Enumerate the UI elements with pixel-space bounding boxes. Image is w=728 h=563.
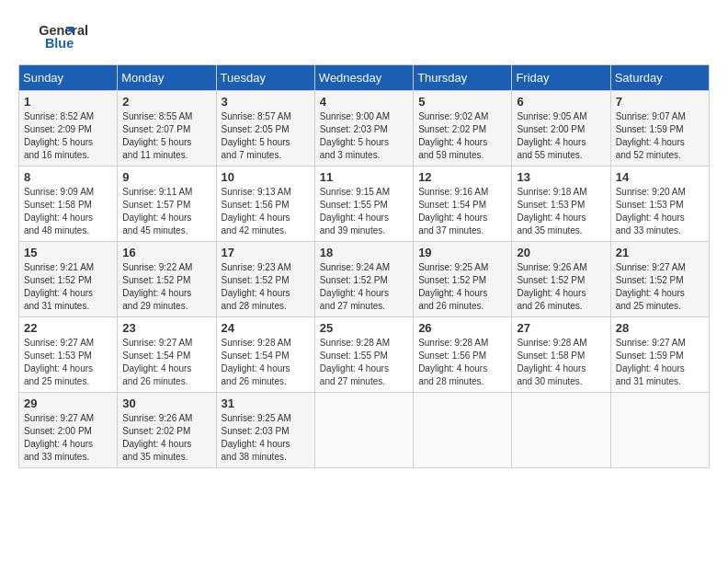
day-number: 19 <box>418 246 506 259</box>
day-info: Sunrise: 9:24 AM Sunset: 1:52 PM Dayligh… <box>320 261 408 313</box>
header-thursday: Thursday <box>414 65 512 91</box>
day-info: Sunrise: 9:28 AM Sunset: 1:56 PM Dayligh… <box>418 337 506 388</box>
calendar-cell: 14Sunrise: 9:20 AM Sunset: 1:53 PM Dayli… <box>610 167 709 242</box>
day-info: Sunrise: 9:28 AM Sunset: 1:55 PM Dayligh… <box>320 337 408 388</box>
day-number: 22 <box>24 321 112 335</box>
header-row: SundayMondayTuesdayWednesdayThursdayFrid… <box>19 65 710 91</box>
calendar-cell: 30Sunrise: 9:26 AM Sunset: 2:02 PM Dayli… <box>118 393 216 468</box>
logo-icon: General Blue <box>18 18 92 55</box>
day-info: Sunrise: 9:26 AM Sunset: 1:52 PM Dayligh… <box>517 261 605 313</box>
calendar-cell: 19Sunrise: 9:25 AM Sunset: 1:52 PM Dayli… <box>414 242 512 317</box>
day-number: 31 <box>222 396 310 410</box>
day-number: 15 <box>24 246 112 259</box>
calendar-cell: 18Sunrise: 9:24 AM Sunset: 1:52 PM Dayli… <box>314 242 413 317</box>
day-info: Sunrise: 9:00 AM Sunset: 2:03 PM Dayligh… <box>320 110 408 162</box>
day-info: Sunrise: 9:13 AM Sunset: 1:56 PM Dayligh… <box>222 186 310 237</box>
calendar-cell: 8Sunrise: 9:09 AM Sunset: 1:58 PM Daylig… <box>19 167 118 242</box>
day-number: 16 <box>122 246 210 259</box>
day-number: 12 <box>418 170 506 184</box>
calendar-cell: 10Sunrise: 9:13 AM Sunset: 1:56 PM Dayli… <box>216 167 314 242</box>
day-info: Sunrise: 9:27 AM Sunset: 1:54 PM Dayligh… <box>122 337 210 388</box>
day-info: Sunrise: 8:55 AM Sunset: 2:07 PM Dayligh… <box>122 110 210 162</box>
week-row-5: 29Sunrise: 9:27 AM Sunset: 2:00 PM Dayli… <box>19 393 710 468</box>
day-info: Sunrise: 9:11 AM Sunset: 1:57 PM Dayligh… <box>122 186 210 237</box>
day-info: Sunrise: 9:27 AM Sunset: 1:52 PM Dayligh… <box>616 261 704 313</box>
calendar-cell: 27Sunrise: 9:28 AM Sunset: 1:58 PM Dayli… <box>512 317 610 393</box>
calendar-cell: 15Sunrise: 9:21 AM Sunset: 1:52 PM Dayli… <box>19 242 118 317</box>
calendar-cell: 4Sunrise: 9:00 AM Sunset: 2:03 PM Daylig… <box>314 91 413 167</box>
header-wednesday: Wednesday <box>314 65 413 91</box>
header-saturday: Saturday <box>610 65 709 91</box>
calendar-cell: 2Sunrise: 8:55 AM Sunset: 2:07 PM Daylig… <box>118 91 216 167</box>
calendar-cell: 26Sunrise: 9:28 AM Sunset: 1:56 PM Dayli… <box>414 317 512 393</box>
calendar-cell: 24Sunrise: 9:28 AM Sunset: 1:54 PM Dayli… <box>216 317 314 393</box>
calendar-cell: 7Sunrise: 9:07 AM Sunset: 1:59 PM Daylig… <box>610 91 709 167</box>
header-friday: Friday <box>512 65 610 91</box>
day-info: Sunrise: 9:05 AM Sunset: 2:00 PM Dayligh… <box>517 110 605 162</box>
day-number: 30 <box>122 396 210 410</box>
day-number: 25 <box>320 321 408 335</box>
day-number: 20 <box>517 246 605 259</box>
day-info: Sunrise: 9:28 AM Sunset: 1:54 PM Dayligh… <box>222 337 310 388</box>
day-info: Sunrise: 9:25 AM Sunset: 1:52 PM Dayligh… <box>418 261 506 313</box>
calendar-cell: 5Sunrise: 9:02 AM Sunset: 2:02 PM Daylig… <box>414 91 512 167</box>
day-number: 14 <box>616 170 704 184</box>
week-row-3: 15Sunrise: 9:21 AM Sunset: 1:52 PM Dayli… <box>19 242 710 317</box>
day-info: Sunrise: 9:26 AM Sunset: 2:02 PM Dayligh… <box>122 412 210 464</box>
day-number: 4 <box>320 95 408 109</box>
day-number: 24 <box>222 321 310 335</box>
day-info: Sunrise: 9:27 AM Sunset: 2:00 PM Dayligh… <box>24 412 112 464</box>
calendar-cell: 9Sunrise: 9:11 AM Sunset: 1:57 PM Daylig… <box>118 167 216 242</box>
header-tuesday: Tuesday <box>216 65 314 91</box>
calendar-cell: 21Sunrise: 9:27 AM Sunset: 1:52 PM Dayli… <box>610 242 709 317</box>
calendar-cell: 22Sunrise: 9:27 AM Sunset: 1:53 PM Dayli… <box>19 317 118 393</box>
calendar-table: SundayMondayTuesdayWednesdayThursdayFrid… <box>18 64 710 468</box>
calendar-cell <box>610 393 709 468</box>
calendar-cell: 20Sunrise: 9:26 AM Sunset: 1:52 PM Dayli… <box>512 242 610 317</box>
day-number: 18 <box>320 246 408 259</box>
day-info: Sunrise: 9:16 AM Sunset: 1:54 PM Dayligh… <box>418 186 506 237</box>
day-number: 1 <box>24 95 112 109</box>
day-number: 29 <box>24 396 112 410</box>
calendar-cell <box>314 393 413 468</box>
week-row-1: 1Sunrise: 8:52 AM Sunset: 2:09 PM Daylig… <box>19 91 710 167</box>
day-info: Sunrise: 9:28 AM Sunset: 1:58 PM Dayligh… <box>517 337 605 388</box>
day-info: Sunrise: 8:52 AM Sunset: 2:09 PM Dayligh… <box>24 110 112 162</box>
calendar-cell: 31Sunrise: 9:25 AM Sunset: 2:03 PM Dayli… <box>216 393 314 468</box>
calendar-cell: 13Sunrise: 9:18 AM Sunset: 1:53 PM Dayli… <box>512 167 610 242</box>
week-row-2: 8Sunrise: 9:09 AM Sunset: 1:58 PM Daylig… <box>19 167 710 242</box>
day-number: 9 <box>122 170 210 184</box>
day-info: Sunrise: 9:15 AM Sunset: 1:55 PM Dayligh… <box>320 186 408 237</box>
calendar-cell: 17Sunrise: 9:23 AM Sunset: 1:52 PM Dayli… <box>216 242 314 317</box>
calendar-cell: 1Sunrise: 8:52 AM Sunset: 2:09 PM Daylig… <box>19 91 118 167</box>
calendar-cell <box>512 393 610 468</box>
calendar-cell: 23Sunrise: 9:27 AM Sunset: 1:54 PM Dayli… <box>118 317 216 393</box>
day-info: Sunrise: 9:25 AM Sunset: 2:03 PM Dayligh… <box>222 412 310 464</box>
day-number: 27 <box>517 321 605 335</box>
logo: General Blue <box>18 18 92 55</box>
svg-text:Blue: Blue <box>45 36 74 51</box>
day-info: Sunrise: 9:21 AM Sunset: 1:52 PM Dayligh… <box>24 261 112 313</box>
day-number: 13 <box>517 170 605 184</box>
calendar-cell: 3Sunrise: 8:57 AM Sunset: 2:05 PM Daylig… <box>216 91 314 167</box>
calendar-cell: 29Sunrise: 9:27 AM Sunset: 2:00 PM Dayli… <box>19 393 118 468</box>
day-number: 10 <box>222 170 310 184</box>
day-number: 7 <box>616 95 704 109</box>
day-number: 28 <box>616 321 704 335</box>
day-number: 11 <box>320 170 408 184</box>
day-info: Sunrise: 9:20 AM Sunset: 1:53 PM Dayligh… <box>616 186 704 237</box>
day-number: 26 <box>418 321 506 335</box>
calendar-cell: 28Sunrise: 9:27 AM Sunset: 1:59 PM Dayli… <box>610 317 709 393</box>
day-number: 8 <box>24 170 112 184</box>
day-number: 23 <box>122 321 210 335</box>
day-info: Sunrise: 9:07 AM Sunset: 1:59 PM Dayligh… <box>616 110 704 162</box>
day-info: Sunrise: 9:27 AM Sunset: 1:53 PM Dayligh… <box>24 337 112 388</box>
calendar-cell <box>414 393 512 468</box>
calendar-cell: 25Sunrise: 9:28 AM Sunset: 1:55 PM Dayli… <box>314 317 413 393</box>
day-number: 3 <box>222 95 310 109</box>
day-info: Sunrise: 9:23 AM Sunset: 1:52 PM Dayligh… <box>222 261 310 313</box>
day-number: 2 <box>122 95 210 109</box>
day-number: 21 <box>616 246 704 259</box>
header-sunday: Sunday <box>19 65 118 91</box>
day-info: Sunrise: 9:22 AM Sunset: 1:52 PM Dayligh… <box>122 261 210 313</box>
